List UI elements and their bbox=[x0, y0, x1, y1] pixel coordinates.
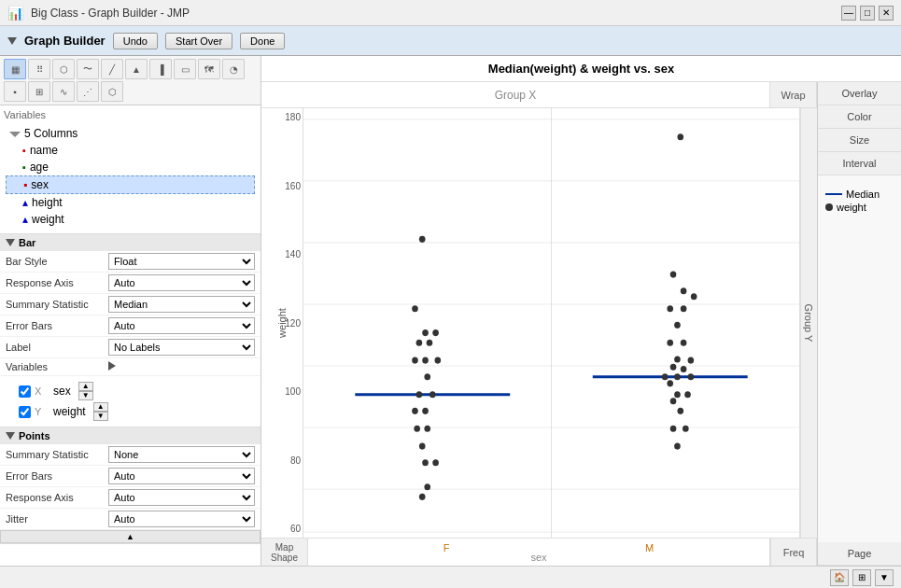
x-down-arrow[interactable]: ▼ bbox=[78, 391, 93, 400]
svg-point-54 bbox=[683, 426, 689, 432]
scroll-up-button[interactable]: ▲ bbox=[0, 530, 260, 543]
col-weight-label: weight bbox=[32, 213, 64, 226]
points-error-label: Error Bars bbox=[6, 470, 108, 482]
col-weight[interactable]: ▴ weight bbox=[6, 211, 255, 228]
y-tick-60: 60 bbox=[267, 524, 301, 534]
svg-point-34 bbox=[681, 287, 687, 294]
variables-expand-icon[interactable] bbox=[108, 360, 255, 373]
color-button[interactable]: Color bbox=[818, 105, 901, 129]
minimize-button[interactable]: — bbox=[841, 6, 856, 21]
heat-icon[interactable]: ⊞ bbox=[28, 81, 50, 102]
summary-statistic-select-wrap[interactable]: MedianMeanSum bbox=[108, 296, 255, 313]
line-icon[interactable]: ╱ bbox=[101, 59, 123, 79]
y-down-arrow[interactable]: ▼ bbox=[93, 412, 108, 421]
empty2-icon[interactable]: ⋰ bbox=[77, 81, 99, 102]
x-checkbox[interactable] bbox=[19, 385, 31, 398]
svg-point-20 bbox=[424, 373, 430, 380]
jitter-select-wrap[interactable]: AutoNone bbox=[108, 511, 255, 527]
pie-icon[interactable]: ◔ bbox=[222, 59, 245, 79]
columns-root[interactable]: 5 Columns bbox=[6, 125, 255, 142]
variables-label: Variables bbox=[4, 109, 257, 120]
svg-point-23 bbox=[422, 408, 429, 414]
map-icon[interactable]: 🗺 bbox=[198, 59, 220, 79]
bar-section-header[interactable]: Bar bbox=[0, 234, 260, 251]
points-response-select[interactable]: AutoLeft bbox=[108, 489, 255, 506]
svg-point-32 bbox=[677, 133, 683, 140]
col-age[interactable]: ▪ age bbox=[6, 159, 255, 175]
title-bar: 📊 Big Class - Graph Builder - JMP — □ ✕ bbox=[0, 0, 901, 26]
page-button[interactable]: Page bbox=[818, 542, 901, 566]
bar-style-select[interactable]: FloatSolid bbox=[108, 253, 255, 270]
points-summary-select[interactable]: NoneMean bbox=[108, 446, 255, 463]
done-button[interactable]: Done bbox=[240, 33, 285, 49]
undo-button[interactable]: Undo bbox=[113, 33, 158, 49]
y-var-row: Y weight ▲ ▼ bbox=[19, 402, 253, 421]
y-axis-area: weight 180 160 140 120 100 80 60 bbox=[261, 108, 303, 538]
legend-panel: Overlay Color Size Interval Median weigh… bbox=[817, 82, 901, 566]
col-sex[interactable]: ▪ sex bbox=[6, 175, 255, 194]
svg-point-19 bbox=[434, 357, 441, 364]
points-response-select-wrap[interactable]: AutoLeft bbox=[108, 489, 255, 506]
col-height[interactable]: ▴ height bbox=[6, 194, 255, 211]
area-icon[interactable]: ▲ bbox=[125, 59, 148, 79]
x-tick-m: M bbox=[645, 542, 654, 553]
hexbin-icon[interactable]: ⬡ bbox=[52, 59, 75, 79]
points-error-select[interactable]: AutoNone bbox=[108, 468, 255, 484]
treemap-icon[interactable]: ▪ bbox=[4, 81, 26, 102]
age-col-icon: ▪ bbox=[22, 161, 26, 173]
y-tick-100: 100 bbox=[267, 386, 301, 397]
y-checkbox[interactable] bbox=[19, 406, 31, 418]
bar-style-select-wrap[interactable]: FloatSolid bbox=[108, 253, 255, 270]
grid-icon[interactable]: ⊞ bbox=[852, 569, 871, 586]
triangle-icon bbox=[7, 35, 17, 48]
error-bars-row: Error Bars AutoNone bbox=[0, 315, 260, 337]
y-tick-80: 80 bbox=[267, 455, 301, 466]
svg-point-25 bbox=[424, 426, 430, 432]
svg-point-31 bbox=[419, 494, 426, 500]
empty1-icon[interactable]: ∿ bbox=[52, 81, 75, 102]
smooth-icon[interactable]: 〜 bbox=[77, 59, 99, 79]
bar-chart-icon[interactable]: ▦ bbox=[4, 59, 26, 79]
points-summary-select-wrap[interactable]: NoneMean bbox=[108, 446, 255, 463]
home-icon[interactable]: 🏠 bbox=[830, 569, 849, 586]
close-button[interactable]: ✕ bbox=[879, 6, 894, 21]
points-section-header[interactable]: Points bbox=[0, 427, 260, 444]
response-axis-row: Response Axis AutoLeftRight bbox=[0, 273, 260, 294]
error-bars-select[interactable]: AutoNone bbox=[108, 317, 255, 334]
svg-point-52 bbox=[677, 408, 683, 414]
columns-count: 5 Columns bbox=[24, 127, 77, 140]
scatter-icon[interactable]: ⠿ bbox=[28, 59, 50, 79]
histogram-icon[interactable]: ▐ bbox=[149, 59, 172, 79]
svg-point-30 bbox=[424, 483, 430, 490]
maximize-button[interactable]: □ bbox=[860, 6, 875, 21]
summary-statistic-select[interactable]: MedianMeanSum bbox=[108, 296, 255, 313]
bar-section: Bar Bar Style FloatSolid Response Axis bbox=[0, 234, 260, 427]
empty3-icon[interactable]: ⬡ bbox=[101, 81, 123, 102]
overlay-button[interactable]: Overlay bbox=[818, 82, 901, 105]
label-select-wrap[interactable]: No LabelsValue bbox=[108, 339, 255, 356]
col-name[interactable]: ▪ name bbox=[6, 142, 255, 159]
col-height-label: height bbox=[32, 196, 63, 209]
x-axis-label: X bbox=[35, 385, 49, 397]
y-up-arrow[interactable]: ▲ bbox=[93, 402, 108, 412]
error-bars-select-wrap[interactable]: AutoNone bbox=[108, 317, 255, 334]
response-axis-select-wrap[interactable]: AutoLeftRight bbox=[108, 274, 255, 291]
shape-label: Shape bbox=[271, 553, 298, 563]
svg-point-15 bbox=[427, 340, 433, 346]
group-y-label: Group Y bbox=[804, 304, 815, 343]
jitter-select[interactable]: AutoNone bbox=[108, 511, 255, 527]
response-axis-select[interactable]: AutoLeftRight bbox=[108, 274, 255, 291]
chevron-icon[interactable]: ▼ bbox=[875, 569, 894, 586]
box-icon[interactable]: ▭ bbox=[174, 59, 196, 79]
height-col-icon: ▴ bbox=[22, 196, 28, 209]
start-over-button[interactable]: Start Over bbox=[165, 33, 232, 49]
points-error-select-wrap[interactable]: AutoNone bbox=[108, 468, 255, 484]
svg-point-12 bbox=[412, 305, 418, 312]
x-axis-sex-label: sex bbox=[530, 552, 546, 563]
interval-button[interactable]: Interval bbox=[818, 152, 901, 175]
chart-title: Median(weight) & weight vs. sex bbox=[261, 56, 901, 82]
svg-point-26 bbox=[414, 426, 420, 432]
label-select[interactable]: No LabelsValue bbox=[108, 339, 255, 356]
size-button[interactable]: Size bbox=[818, 129, 901, 152]
x-up-arrow[interactable]: ▲ bbox=[78, 382, 93, 391]
